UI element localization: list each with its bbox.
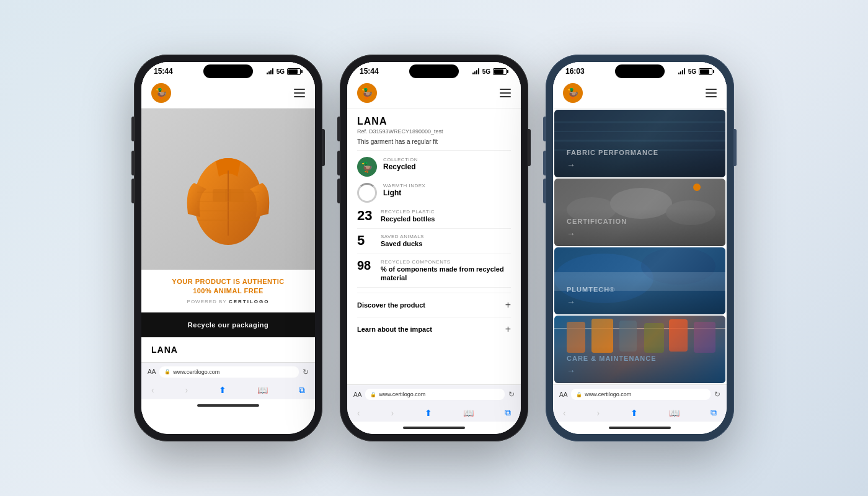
back-btn-2[interactable]: ‹ — [353, 407, 364, 419]
back-btn-3[interactable]: ‹ — [559, 407, 570, 419]
feature-collection: 🦆 COLLECTION Recycled — [357, 157, 511, 177]
duck-logo-3: 🦆 — [563, 83, 583, 103]
product-name-1: LANA — [141, 337, 315, 362]
forward-btn-1[interactable]: › — [182, 384, 192, 396]
refresh-icon-2[interactable]: ↻ — [508, 390, 515, 399]
home-indicator-1 — [141, 399, 315, 412]
status-icons-3: 5G — [678, 68, 714, 75]
back-btn-1[interactable]: ‹ — [148, 384, 158, 396]
url-text-3: www.certilogo.com — [585, 391, 631, 397]
animals-label: SAVED ANIMALS — [381, 234, 424, 239]
url-area-3[interactable]: 🔒 www.certilogo.com — [571, 389, 711, 400]
plum-bg-svg — [554, 247, 725, 315]
battery-3 — [699, 68, 714, 75]
impact-row[interactable]: Learn about the impact + — [357, 317, 511, 341]
share-btn-3[interactable]: ⬆ — [627, 407, 642, 419]
svg-rect-8 — [554, 110, 725, 177]
duck-logo-2: 🦆 — [357, 83, 377, 103]
product-detail: LANA Ref. D31593WRECY1890000_test This g… — [347, 108, 521, 384]
svg-rect-26 — [644, 323, 664, 353]
browser-aa-3: AA — [559, 391, 567, 398]
bookmarks-btn-1[interactable]: 📖 — [254, 384, 272, 396]
dynamic-island-3 — [615, 64, 665, 78]
browser-nav-2: ‹ › ⬆ 📖 ⧉ — [347, 404, 521, 422]
url-text-1: www.certilogo.com — [173, 369, 219, 375]
recycle-btn[interactable]: Recycle our packaging — [141, 312, 315, 337]
animals-value: Saved ducks — [381, 239, 424, 248]
lock-icon-2: 🔒 — [370, 392, 376, 397]
powered-by: POWERED BY CERTILOGO — [151, 299, 305, 304]
animals-number: 5 — [357, 234, 376, 247]
share-btn-2[interactable]: ⬆ — [421, 407, 436, 419]
animals-text: SAVED ANIMALS Saved ducks — [381, 234, 424, 248]
browser-aa-1: AA — [148, 368, 156, 375]
nav-bar-1: 🦆 — [141, 78, 315, 108]
browser-nav-3: ‹ › ⬆ 📖 ⧉ — [553, 404, 727, 422]
plastic-value: Recycled bottles — [381, 215, 435, 223]
cat-care-maintenance[interactable]: CARE & MAINTENANCE → — [554, 316, 725, 383]
authentic-text-1: YOUR PRODUCT IS AUTHENTIC — [151, 277, 305, 286]
status-bar-3: 16:03 5G — [553, 62, 727, 78]
refresh-icon-3[interactable]: ↻ — [714, 390, 720, 399]
collection-value: Recycled — [383, 162, 511, 171]
cat-certification[interactable]: CERTIFICATION → — [554, 179, 725, 246]
forward-btn-3[interactable]: › — [593, 407, 604, 419]
care-bg-svg — [554, 316, 725, 383]
browser-bar-1: AA 🔒 www.certilogo.com ↻ — [141, 362, 315, 381]
svg-point-16 — [666, 200, 715, 225]
dynamic-island-2 — [409, 64, 459, 78]
time-1: 15:44 — [154, 67, 173, 76]
url-text-2: www.certilogo.com — [379, 391, 425, 397]
url-area-1[interactable]: 🔒 www.certilogo.com — [159, 366, 299, 378]
impact-label: Learn about the impact — [357, 326, 432, 333]
hamburger-2[interactable] — [500, 89, 511, 97]
cat-plumtech[interactable]: PLUMTECH® → — [554, 247, 725, 315]
status-bar-1: 15:44 5G — [141, 62, 315, 78]
tabs-btn-3[interactable]: ⧉ — [707, 406, 720, 419]
home-indicator-2 — [347, 422, 521, 434]
url-area-2[interactable]: 🔒 www.certilogo.com — [365, 389, 505, 400]
tabs-btn-2[interactable]: ⧉ — [501, 406, 515, 419]
collection-text: COLLECTION Recycled — [383, 157, 511, 171]
discover-label: Discover the product — [357, 301, 425, 309]
warmth-ring-icon — [357, 183, 377, 203]
svg-rect-20 — [554, 272, 725, 291]
screen-3: 16:03 5G 🦆 — [553, 62, 727, 434]
status-icons-1: 5G — [267, 68, 303, 75]
battery-2 — [493, 68, 508, 75]
browser-nav-1: ‹ › ⬆ 📖 ⧉ — [141, 381, 315, 399]
svg-rect-27 — [669, 319, 688, 352]
phone-1: 15:44 5G 🦆 — [134, 55, 322, 441]
bookmarks-btn-2[interactable]: 📖 — [459, 407, 477, 419]
hamburger-1[interactable] — [294, 89, 305, 97]
tabs-btn-1[interactable]: ⧉ — [295, 384, 309, 397]
screen-1: 15:44 5G 🦆 — [141, 62, 315, 434]
jacket-svg — [179, 127, 278, 251]
browser-bar-3: AA 🔒 www.certilogo.com ↻ — [553, 384, 727, 404]
discover-row[interactable]: Discover the product + — [357, 293, 511, 317]
bookmarks-btn-3[interactable]: 📖 — [665, 407, 683, 419]
product-image-1 — [141, 108, 315, 270]
signal-type-1: 5G — [277, 68, 285, 75]
svg-rect-25 — [619, 321, 637, 352]
authentic-text-2: 100% ANIMAL FREE — [151, 286, 305, 296]
refresh-icon-1[interactable]: ↻ — [303, 368, 309, 376]
plastic-number: 23 — [357, 209, 376, 223]
cat-fabric-performance[interactable]: FABRIC PERFORMANCE → — [554, 110, 725, 177]
forward-btn-2[interactable]: › — [388, 407, 398, 419]
svg-point-15 — [610, 188, 672, 219]
signal-bars-1 — [267, 68, 273, 74]
feature-warmth: WARMTH INDEX Light — [357, 183, 511, 203]
product-title: LANA — [357, 116, 511, 127]
authentic-badge: YOUR PRODUCT IS AUTHENTIC 100% ANIMAL FR… — [141, 270, 315, 312]
warmth-icon — [357, 183, 377, 203]
nav-bar-2: 🦆 — [347, 78, 521, 108]
share-btn-1[interactable]: ⬆ — [215, 384, 230, 396]
hamburger-3[interactable] — [706, 89, 717, 97]
signal-bars-3 — [678, 68, 685, 74]
svg-point-14 — [567, 197, 616, 222]
lock-icon-3: 🔒 — [576, 392, 582, 397]
feature-components: 98 RECYCLED COMPONENTS % of components m… — [357, 259, 511, 288]
battery-1 — [287, 68, 303, 75]
feature-animals: 5 SAVED ANIMALS Saved ducks — [357, 234, 511, 254]
